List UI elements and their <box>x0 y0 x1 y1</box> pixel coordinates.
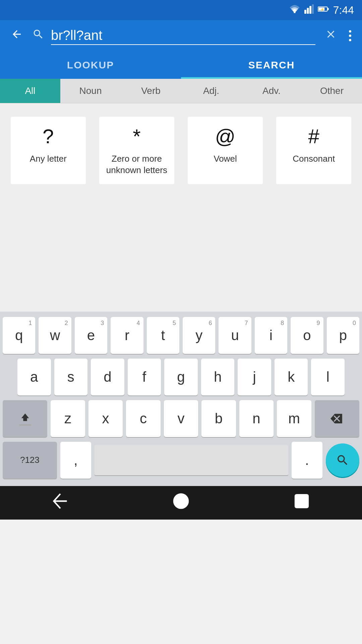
key-l[interactable]: l <box>311 359 345 395</box>
key-g[interactable]: g <box>164 359 198 395</box>
filter-noun[interactable]: Noun <box>60 79 121 103</box>
wildcard-zero-more[interactable]: * Zero or more unknown letters <box>99 117 174 184</box>
key-r[interactable]: 4r <box>111 317 143 354</box>
key-s[interactable]: s <box>54 359 88 395</box>
key-m[interactable]: m <box>277 400 311 437</box>
wildcard-label-consonant: Consonant <box>293 153 335 165</box>
search-icon <box>32 28 44 43</box>
nav-back-button[interactable] <box>46 487 74 518</box>
wildcard-any-letter[interactable]: ? Any letter <box>11 117 86 184</box>
key-a[interactable]: a <box>17 359 51 395</box>
svg-rect-10 <box>295 495 308 508</box>
key-numbers[interactable]: ?123 <box>3 442 57 479</box>
key-q[interactable]: 1q <box>3 317 35 354</box>
signal-icon <box>304 4 314 16</box>
svg-rect-1 <box>304 10 306 14</box>
wildcard-label-zero-more: Zero or more unknown letters <box>105 153 169 176</box>
wildcard-consonant[interactable]: # Consonant <box>276 117 351 184</box>
delete-key[interactable] <box>315 400 359 437</box>
key-w[interactable]: 2w <box>39 317 71 354</box>
filter-bar: All Noun Verb Adj. Adv. Other <box>0 79 362 103</box>
keyboard-row-bottom: ?123 , . <box>3 442 359 479</box>
key-d[interactable]: d <box>91 359 124 395</box>
nav-home-button[interactable] <box>167 487 195 518</box>
wildcard-vowel[interactable]: @ Vowel <box>188 117 263 184</box>
keyboard-row-2: a s d f g h j k l <box>3 359 359 395</box>
svg-rect-2 <box>307 8 309 14</box>
clear-button[interactable] <box>322 25 340 46</box>
key-p[interactable]: 0p <box>327 317 359 354</box>
dot1 <box>349 30 351 33</box>
filter-verb[interactable]: Verb <box>121 79 181 103</box>
key-n[interactable]: n <box>239 400 274 437</box>
status-icons: ⚡ 7:44 <box>289 4 354 16</box>
svg-rect-6 <box>327 8 328 10</box>
filter-adj[interactable]: Adj. <box>181 79 241 103</box>
tabs-bar: LOOKUP SEARCH <box>0 51 362 79</box>
more-options-button[interactable] <box>346 28 354 44</box>
key-e[interactable]: 3e <box>75 317 107 354</box>
svg-rect-4 <box>312 4 313 14</box>
svg-text:⚡: ⚡ <box>320 7 324 11</box>
key-y[interactable]: 6y <box>183 317 215 354</box>
key-z[interactable]: z <box>51 400 85 437</box>
bottom-nav <box>0 486 362 520</box>
back-button[interactable] <box>8 25 25 46</box>
key-comma[interactable]: , <box>60 442 91 479</box>
shift-key[interactable] <box>3 400 47 437</box>
keyboard: 1q 2w 3e 4r 5t 6y 7u 8i 9o 0p a s d f g … <box>0 312 362 486</box>
key-c[interactable]: c <box>126 400 161 437</box>
key-t[interactable]: 5t <box>147 317 179 354</box>
key-j[interactable]: j <box>238 359 271 395</box>
dot3 <box>349 39 351 41</box>
wildcard-symbol-hash: # <box>308 125 319 148</box>
tab-lookup[interactable]: LOOKUP <box>0 51 181 79</box>
wildcard-label-vowel: Vowel <box>214 153 237 165</box>
keyboard-row-1: 1q 2w 3e 4r 5t 6y 7u 8i 9o 0p <box>3 317 359 354</box>
svg-rect-3 <box>309 6 311 13</box>
nav-recent-button[interactable] <box>288 487 316 518</box>
status-time: 7:44 <box>333 4 354 16</box>
dot2 <box>349 35 351 37</box>
key-space[interactable] <box>95 445 288 475</box>
filter-adv[interactable]: Adv. <box>241 79 302 103</box>
wildcard-label-any-letter: Any letter <box>30 153 67 165</box>
content-area <box>0 198 362 312</box>
key-period[interactable]: . <box>292 442 322 479</box>
status-bar: ⚡ 7:44 <box>0 0 362 20</box>
key-u[interactable]: 7u <box>219 317 251 354</box>
key-k[interactable]: k <box>275 359 308 395</box>
wildcard-symbol-star: * <box>133 125 140 148</box>
search-input-container[interactable] <box>51 26 315 45</box>
keyboard-row-3: z x c v b n m <box>3 400 359 437</box>
wildcard-section: ? Any letter * Zero or more unknown lett… <box>0 103 362 198</box>
key-x[interactable]: x <box>88 400 123 437</box>
key-v[interactable]: v <box>164 400 198 437</box>
header <box>0 20 362 51</box>
tab-search[interactable]: SEARCH <box>181 51 362 79</box>
wildcard-symbol-at: @ <box>215 125 236 148</box>
key-i[interactable]: 8i <box>255 317 287 354</box>
svg-point-9 <box>174 494 188 508</box>
key-f[interactable]: f <box>128 359 161 395</box>
search-key[interactable] <box>326 443 359 477</box>
key-o[interactable]: 9o <box>291 317 323 354</box>
filter-other[interactable]: Other <box>302 79 362 103</box>
wildcard-symbol-question: ? <box>43 125 54 148</box>
wifi-icon <box>289 5 300 15</box>
battery-icon: ⚡ <box>318 4 329 16</box>
filter-all[interactable]: All <box>0 79 60 103</box>
key-b[interactable]: b <box>201 400 236 437</box>
key-h[interactable]: h <box>201 359 235 395</box>
search-input[interactable] <box>51 28 315 43</box>
